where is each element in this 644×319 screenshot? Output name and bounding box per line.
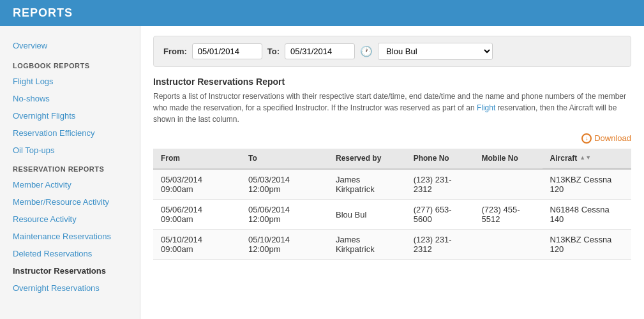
cell-aircraft: N13KBZ Cessna 120: [543, 230, 631, 260]
cell-phone-no: (277) 653-5600: [406, 200, 474, 230]
sidebar-item-overnight-flights[interactable]: Overnight Flights: [0, 107, 140, 124]
cell-aircraft: N13KBZ Cessna 120: [543, 169, 631, 200]
cell-phone-no: (123) 231-2312: [406, 230, 474, 260]
download-label: Download: [594, 133, 631, 143]
cell-to: 05/03/2014 12:00pm: [241, 169, 328, 200]
col-phone-no: Phone No: [406, 149, 474, 170]
sidebar-item-member-activity[interactable]: Member Activity: [0, 176, 140, 193]
clock-icon[interactable]: 🕐: [360, 45, 373, 57]
cell-reserved-by: James Kirkpatrick: [328, 230, 406, 260]
cell-reserved-by: Blou Bul: [328, 200, 406, 230]
to-date-input[interactable]: [285, 43, 355, 59]
cell-phone-no: (123) 231-2312: [406, 169, 474, 200]
cell-from: 05/03/2014 09:00am: [153, 169, 241, 200]
filter-bar: From: To: 🕐 Blou Bul: [153, 36, 631, 67]
download-link[interactable]: ↓ Download: [581, 133, 631, 144]
sidebar-item-overnight-reservations[interactable]: Overnight Reservations: [0, 279, 140, 297]
report-description: Reports a list of Instructor reservation…: [153, 91, 631, 125]
sidebar-item-oil-top-ups[interactable]: Oil Top-ups: [0, 142, 140, 159]
sidebar-section-reservation: RESERVATION REPORTS: [0, 159, 140, 176]
cell-to: 05/06/2014 12:00pm: [241, 200, 328, 230]
cell-mobile-no: (723) 455-5512: [474, 200, 543, 230]
to-label: To:: [267, 47, 280, 56]
report-title: Instructor Reservations Report: [153, 77, 631, 87]
app-title: REPORTS: [13, 6, 73, 19]
table-row: 05/03/2014 09:00am 05/03/2014 12:00pm Ja…: [153, 169, 631, 200]
table-row: 05/10/2014 09:00am 05/10/2014 12:00pm Ja…: [153, 230, 631, 260]
col-from: From: [153, 149, 241, 170]
sidebar-item-flight-logs[interactable]: Flight Logs: [0, 73, 140, 90]
col-reserved-by: Reserved by: [328, 149, 406, 170]
download-icon: ↓: [581, 133, 592, 144]
from-date-input[interactable]: [192, 43, 262, 59]
sidebar-item-maintenance-reservations[interactable]: Maintenance Reservations: [0, 228, 140, 245]
sort-arrows-icon[interactable]: ▲▼: [580, 155, 591, 161]
instructor-select[interactable]: Blou Bul: [378, 43, 493, 60]
table-row: 05/06/2014 09:00am 05/06/2014 12:00pm Bl…: [153, 200, 631, 230]
col-to: To: [241, 149, 328, 170]
cell-from: 05/06/2014 09:00am: [153, 200, 241, 230]
sidebar-item-instructor-reservations[interactable]: Instructor Reservations: [0, 262, 140, 279]
cell-aircraft: N61848 Cessna 140: [543, 200, 631, 230]
sidebar: Overview LOGBOOK REPORTS Flight Logs No-…: [0, 26, 140, 319]
sidebar-item-reservation-efficiency[interactable]: Reservation Efficiency: [0, 124, 140, 142]
cell-mobile-no: [474, 169, 543, 200]
col-mobile-no: Mobile No: [474, 149, 543, 170]
col-aircraft: Aircraft ▲▼: [543, 149, 631, 169]
sidebar-item-no-shows[interactable]: No-shows: [0, 90, 140, 107]
cell-from: 05/10/2014 09:00am: [153, 230, 241, 260]
sidebar-section-logbook: LOGBOOK REPORTS: [0, 56, 140, 73]
sidebar-item-member-resource-activity[interactable]: Member/Resource Activity: [0, 193, 140, 211]
download-bar: ↓ Download: [153, 133, 631, 144]
reservations-table: From To Reserved by Phone No Mobile No A…: [153, 149, 631, 260]
app-header: REPORTS: [0, 0, 644, 26]
sidebar-item-deleted-reservations[interactable]: Deleted Reservations: [0, 245, 140, 262]
flight-link[interactable]: Flight: [477, 103, 495, 112]
sidebar-item-overview[interactable]: Overview: [0, 36, 140, 56]
cell-to: 05/10/2014 12:00pm: [241, 230, 328, 260]
main-content: From: To: 🕐 Blou Bul Instructor Reservat…: [140, 26, 644, 319]
cell-mobile-no: [474, 230, 543, 260]
from-label: From:: [163, 47, 187, 56]
sidebar-item-resource-activity[interactable]: Resource Activity: [0, 211, 140, 228]
cell-reserved-by: James Kirkpatrick: [328, 169, 406, 200]
